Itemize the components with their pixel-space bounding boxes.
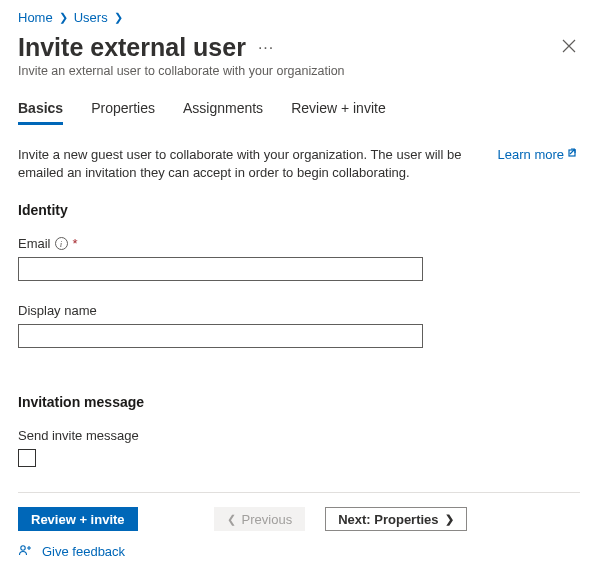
previous-button: ❮ Previous bbox=[214, 507, 306, 531]
email-field[interactable] bbox=[18, 257, 423, 281]
review-invite-label: Review + invite bbox=[31, 512, 125, 527]
chevron-left-icon: ❮ bbox=[227, 513, 236, 526]
chevron-right-icon: ❯ bbox=[114, 11, 123, 24]
email-label-text: Email bbox=[18, 236, 51, 251]
tab-bar: Basics Properties Assignments Review + i… bbox=[18, 100, 580, 126]
display-name-field[interactable] bbox=[18, 324, 423, 348]
feedback-icon bbox=[18, 543, 34, 559]
next-label: Next: Properties bbox=[338, 512, 438, 527]
review-invite-button[interactable]: Review + invite bbox=[18, 507, 138, 531]
breadcrumb: Home ❯ Users ❯ bbox=[18, 10, 580, 25]
send-invite-label: Send invite message bbox=[18, 428, 580, 443]
tab-properties[interactable]: Properties bbox=[91, 100, 155, 125]
info-icon[interactable]: i bbox=[55, 237, 68, 250]
required-indicator: * bbox=[73, 236, 78, 251]
display-name-label-text: Display name bbox=[18, 303, 97, 318]
footer: Review + invite ❮ Previous Next: Propert… bbox=[18, 492, 580, 562]
tab-review-invite[interactable]: Review + invite bbox=[291, 100, 386, 125]
next-button[interactable]: Next: Properties ❯ bbox=[325, 507, 466, 531]
page-header: Invite external user ··· bbox=[18, 33, 580, 62]
close-button[interactable] bbox=[558, 35, 580, 60]
give-feedback-link[interactable]: Give feedback bbox=[18, 543, 125, 559]
footer-divider bbox=[18, 492, 580, 493]
external-link-icon bbox=[568, 146, 580, 163]
learn-more-label: Learn more bbox=[498, 146, 564, 164]
chevron-right-icon: ❯ bbox=[445, 513, 454, 526]
description-text: Invite a new guest user to collaborate w… bbox=[18, 146, 484, 182]
send-invite-checkbox[interactable] bbox=[18, 449, 36, 467]
breadcrumb-users[interactable]: Users bbox=[74, 10, 108, 25]
previous-label: Previous bbox=[242, 512, 293, 527]
page-title: Invite external user bbox=[18, 33, 246, 62]
send-invite-label-text: Send invite message bbox=[18, 428, 139, 443]
page-subtitle: Invite an external user to collaborate w… bbox=[18, 64, 580, 78]
give-feedback-label: Give feedback bbox=[42, 544, 125, 559]
identity-heading: Identity bbox=[18, 202, 580, 218]
chevron-right-icon: ❯ bbox=[59, 11, 68, 24]
invitation-heading: Invitation message bbox=[18, 394, 580, 410]
email-label: Email i * bbox=[18, 236, 580, 251]
footer-buttons: Review + invite ❮ Previous Next: Propert… bbox=[18, 507, 580, 531]
tab-basics[interactable]: Basics bbox=[18, 100, 63, 125]
svg-rect-0 bbox=[569, 150, 575, 156]
display-name-label: Display name bbox=[18, 303, 580, 318]
breadcrumb-home[interactable]: Home bbox=[18, 10, 53, 25]
close-icon bbox=[562, 39, 576, 53]
tab-assignments[interactable]: Assignments bbox=[183, 100, 263, 125]
description-row: Invite a new guest user to collaborate w… bbox=[18, 146, 580, 182]
more-options-button[interactable]: ··· bbox=[258, 39, 274, 57]
svg-point-1 bbox=[21, 546, 25, 550]
learn-more-link[interactable]: Learn more bbox=[498, 146, 580, 164]
